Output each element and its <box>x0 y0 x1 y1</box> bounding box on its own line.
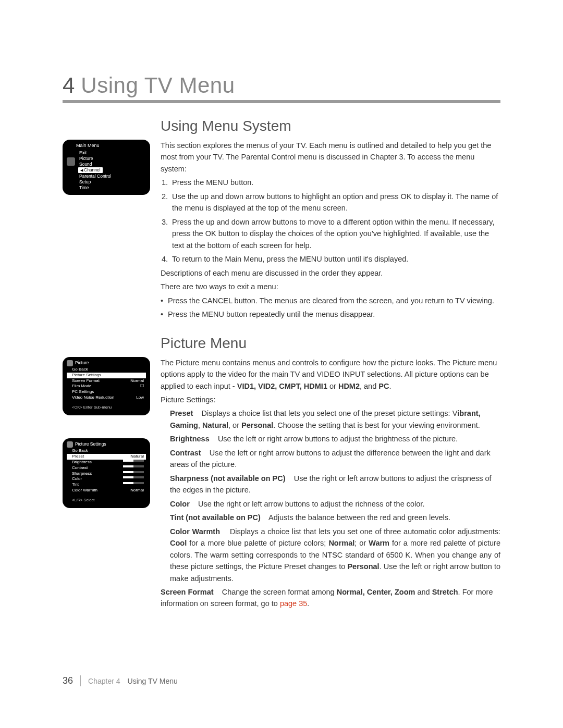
inputs-list: HDM2 <box>338 382 360 390</box>
section-title-picture-menu: Picture Menu <box>161 335 500 352</box>
thumb-item: Exit <box>78 150 146 156</box>
slider-icon <box>123 471 144 473</box>
footer-chapter-name: Using TV Menu <box>128 677 178 685</box>
thumb-item-highlighted: Channel <box>78 167 103 173</box>
picture-settings-label: Picture Settings: <box>161 394 500 405</box>
thumb2-row: PC Settings <box>67 389 146 395</box>
step-4: To return to the Main Menu, press the ME… <box>170 253 500 265</box>
thumb2-goback: Go Back <box>67 367 146 373</box>
slider-icon <box>123 476 144 478</box>
page-footer: 36 Chapter 4 Using TV Menu <box>63 675 178 686</box>
thumb3-row: Tint <box>67 482 146 488</box>
section1-body: This section explores the menus of your … <box>161 140 500 323</box>
picture-intro: The Picture menu contains menus and cont… <box>161 357 500 392</box>
exit-intro: There are two ways to exit a menu: <box>161 281 500 292</box>
thumb-item: Setup <box>78 179 146 185</box>
thumb3-goback: Go Back <box>67 448 146 454</box>
inputs-list: PC <box>378 382 389 390</box>
main-menu-thumbnail: Main Menu Exit Picture Sound Channel Par… <box>63 140 150 195</box>
slider-icon <box>123 465 144 467</box>
thumb-item: Parental Control <box>78 174 146 179</box>
thumb3-highlight: PresetNatural <box>67 454 146 460</box>
chapter-header: 4 Using TV Menu <box>63 73 500 103</box>
thumb3-row: Color <box>67 476 146 482</box>
color-item: Color Use the right or left arrow button… <box>161 498 500 510</box>
thumb-item: Picture <box>78 156 146 162</box>
thumb-item: Sound <box>78 162 146 167</box>
contrast-item: Contrast Use the left or right arrow but… <box>161 447 500 471</box>
thumb2-footer: <OK> Enter Sub-menu <box>67 405 146 410</box>
section2-body: The Picture menu contains menus and cont… <box>161 357 500 612</box>
brightness-item: Brightness Use the left or right arrow b… <box>161 433 500 445</box>
slider-icon <box>123 482 144 484</box>
intro-text: This section explores the menus of your … <box>161 140 500 175</box>
chapter-title: Using TV Menu <box>81 73 235 98</box>
thumb2-highlight: Picture Settings <box>67 373 146 378</box>
chapter-number: 4 <box>63 73 75 98</box>
section-title-using-menu: Using Menu System <box>161 118 500 134</box>
thumb2-row: Screen FormatNormal <box>67 378 146 384</box>
thumb3-row: Color WarmthNormal <box>67 488 146 493</box>
screen-format-item: Screen Format Change the screen format a… <box>161 586 500 610</box>
thumb2-row: Video Noise ReductionLow <box>67 395 146 401</box>
step-2: Use the up and down arrow buttons to hig… <box>170 191 500 214</box>
picture-menu-thumbnail: Picture Go Back Picture Settings Screen … <box>63 357 150 415</box>
person-icon <box>67 360 73 366</box>
thumb-title: Main Menu <box>67 143 146 149</box>
thumb3-row: Brightness <box>67 460 146 465</box>
exit-bullet-2: Press the MENU button repeatedly until t… <box>168 309 500 320</box>
thumb3-row: Contrast <box>67 465 146 471</box>
step-1: Press the MENU button. <box>170 177 500 188</box>
exit-bullet-1: Press the CANCEL button. The menus are c… <box>168 295 500 306</box>
page-number: 36 <box>63 675 81 686</box>
preset-item: Preset Displays a choice list that lets … <box>161 408 500 431</box>
color-warmth-item: Color Warmth Displays a choice list that… <box>161 526 500 584</box>
inputs-list: VID1, VID2, CMPT, HDMI1 <box>237 382 327 390</box>
step-3: Press the up and down arrow buttons to m… <box>170 216 500 251</box>
thumb3-footer: <L/R> Select <box>67 498 146 503</box>
thumb3-row: Sharpness <box>67 471 146 477</box>
footer-chapter-label: Chapter 4 <box>88 677 120 685</box>
picture-settings-thumbnail: Picture Settings Go Back PresetNatural B… <box>63 438 150 508</box>
slider-icon <box>123 460 144 462</box>
sharpness-item: Sharpness (not available on PC) Use the … <box>161 473 500 496</box>
tint-item: Tint (not available on PC) Adjusts the b… <box>161 512 500 523</box>
thumb2-row: Film Mode☐ <box>67 384 146 389</box>
desc-text: Descriptions of each menu are discussed … <box>161 267 500 279</box>
page-link[interactable]: page 35 <box>280 599 307 608</box>
thumb3-title: Picture Settings <box>67 441 146 447</box>
tv-icon <box>67 157 75 166</box>
person-icon <box>67 441 73 448</box>
thumb2-title: Picture <box>67 360 146 366</box>
thumb-item: Time <box>78 185 146 191</box>
